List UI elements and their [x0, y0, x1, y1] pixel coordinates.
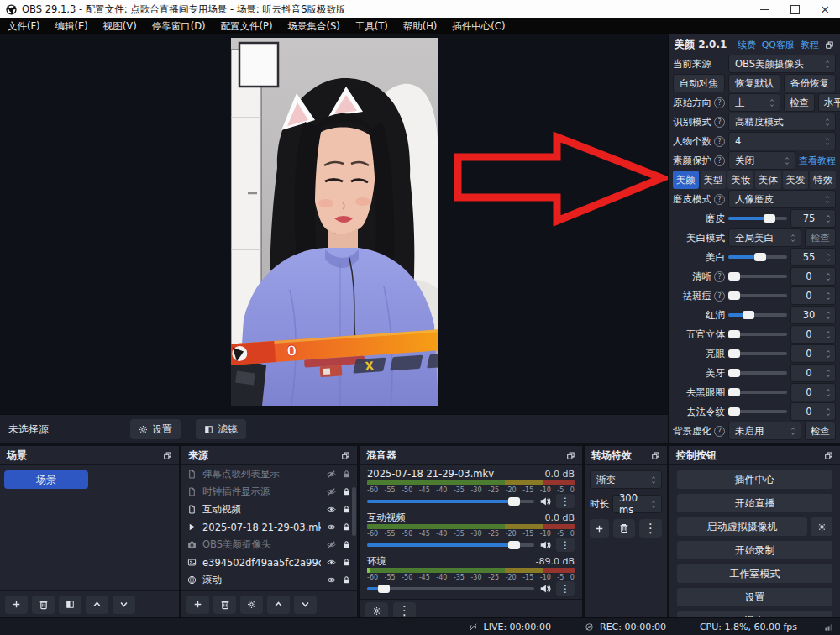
- spinner-arrows-icon[interactable]: [823, 407, 833, 417]
- move-source-up-button[interactable]: [267, 596, 290, 614]
- preview-canvas[interactable]: 0 X: [0, 34, 668, 414]
- spinner-arrows-icon[interactable]: [788, 234, 798, 243]
- plugin-center-button[interactable]: 插件中心: [677, 470, 832, 489]
- spinner-arrows-icon[interactable]: [823, 330, 833, 339]
- menu-tools[interactable]: 工具(T): [348, 18, 396, 34]
- spinner-arrows-icon[interactable]: [823, 369, 833, 378]
- help-icon[interactable]: ?: [714, 271, 725, 282]
- eye-slash-icon[interactable]: [327, 540, 336, 549]
- volume-slider[interactable]: [367, 540, 534, 550]
- menu-help[interactable]: 帮助(H): [396, 18, 445, 34]
- speaker-icon[interactable]: [539, 496, 551, 507]
- rosy-value[interactable]: 30: [790, 306, 836, 324]
- qq-support-link[interactable]: QQ客服: [762, 39, 795, 51]
- tab-beauty[interactable]: 美颜: [673, 171, 699, 189]
- bright-eyes-value[interactable]: 0: [790, 344, 836, 363]
- teeth-slider[interactable]: [728, 368, 787, 378]
- remove-scene-button[interactable]: [32, 596, 55, 614]
- source-properties-button[interactable]: [240, 596, 263, 614]
- whiten-value[interactable]: 55: [790, 248, 836, 266]
- face-3d-slider[interactable]: [728, 329, 787, 339]
- channel-menu-button[interactable]: ⋮: [556, 494, 575, 508]
- menu-docks[interactable]: 停靠窗口(D): [144, 18, 213, 34]
- scene-item-selected[interactable]: 场景: [4, 470, 88, 489]
- volume-slider[interactable]: [367, 584, 534, 594]
- source-row[interactable]: 滚动: [181, 571, 357, 589]
- scene-filters-button[interactable]: [59, 596, 81, 614]
- source-row[interactable]: 弹幕点歌列表显示: [181, 465, 357, 483]
- spinner-arrows-icon[interactable]: [823, 291, 833, 301]
- whiten-check-button[interactable]: 检查: [805, 228, 836, 247]
- help-icon[interactable]: ?: [714, 194, 725, 205]
- popout-icon[interactable]: [163, 451, 172, 460]
- start-streaming-button[interactable]: 开始直播: [677, 494, 832, 512]
- popout-icon[interactable]: [566, 451, 575, 460]
- face-3d-value[interactable]: 0: [790, 325, 836, 344]
- tab-hair[interactable]: 美发: [783, 171, 809, 189]
- source-row[interactable]: 2025-07-18 21-29-03.mkv: [181, 518, 357, 536]
- spinner-arrows-icon[interactable]: [823, 311, 833, 320]
- spinner-arrows-icon[interactable]: [823, 388, 833, 397]
- lock-icon[interactable]: [342, 522, 351, 532]
- whiten-mode-select[interactable]: 全局美白: [728, 228, 801, 247]
- spinner-arrows-icon[interactable]: [822, 60, 832, 69]
- orientation-select[interactable]: 上: [728, 93, 780, 112]
- transition-menu-button[interactable]: ⋮: [639, 519, 662, 538]
- add-transition-button[interactable]: [590, 519, 609, 538]
- blemish-value[interactable]: 0: [790, 286, 836, 305]
- add-scene-button[interactable]: [5, 596, 28, 614]
- transition-type-select[interactable]: 渐变: [590, 470, 662, 489]
- smooth-slider[interactable]: [728, 213, 787, 223]
- eye-icon[interactable]: [327, 558, 336, 567]
- eye-icon[interactable]: [327, 575, 336, 585]
- source-row[interactable]: OBS美颜摄像头: [181, 536, 357, 554]
- rosy-slider[interactable]: [728, 310, 787, 320]
- popout-icon[interactable]: [825, 40, 834, 50]
- help-icon[interactable]: ?: [714, 426, 725, 437]
- menu-plugin-center[interactable]: 插件中心(C): [444, 18, 512, 34]
- source-row[interactable]: 互动视频: [181, 501, 357, 518]
- settings-button[interactable]: 设置: [677, 588, 832, 606]
- speaker-icon[interactable]: [539, 583, 551, 595]
- volume-slider[interactable]: [367, 496, 534, 506]
- maximize-button[interactable]: [780, 0, 810, 18]
- nasolabial-value[interactable]: 0: [790, 402, 836, 421]
- popout-icon[interactable]: [651, 451, 660, 460]
- spinner-arrows-icon[interactable]: [782, 156, 792, 165]
- spinner-arrows-icon[interactable]: [648, 500, 659, 509]
- lock-icon[interactable]: [342, 487, 351, 496]
- spinner-arrows-icon[interactable]: [823, 214, 833, 223]
- studio-mode-button[interactable]: 工作室模式: [677, 564, 832, 583]
- whiten-slider[interactable]: [728, 252, 787, 262]
- dark-circles-slider[interactable]: [728, 387, 787, 397]
- help-icon[interactable]: ?: [714, 117, 725, 128]
- view-tutorial-link[interactable]: 查看教程: [799, 155, 836, 167]
- person-count-spinner[interactable]: 4: [728, 132, 836, 150]
- autofocus-button[interactable]: 自动对焦: [673, 74, 725, 92]
- eye-slash-icon[interactable]: [327, 470, 336, 479]
- spinner-arrows-icon[interactable]: [822, 118, 832, 127]
- tab-body[interactable]: 美体: [755, 171, 781, 189]
- renew-link[interactable]: 续费: [738, 39, 756, 51]
- spinner-arrows-icon[interactable]: [823, 349, 833, 359]
- current-source-select[interactable]: OBS美颜摄像头: [728, 55, 836, 73]
- spinner-arrows-icon[interactable]: [648, 475, 659, 485]
- tab-effects[interactable]: 特效: [810, 171, 836, 189]
- scrollbar[interactable]: [352, 487, 356, 536]
- teeth-value[interactable]: 0: [790, 364, 836, 382]
- nasolabial-slider[interactable]: [728, 407, 787, 417]
- dark-circles-value[interactable]: 0: [790, 383, 836, 401]
- source-filters-button[interactable]: 滤镜: [196, 419, 246, 439]
- restore-defaults-button[interactable]: 恢复默认: [728, 74, 780, 92]
- bright-eyes-slider[interactable]: [728, 349, 787, 359]
- virtual-camera-settings-button[interactable]: [811, 517, 832, 536]
- remove-transition-button[interactable]: [613, 519, 635, 538]
- horizontal-flip-button[interactable]: 水平翻转: [818, 93, 840, 112]
- speaker-icon[interactable]: [539, 539, 551, 551]
- lock-icon[interactable]: [342, 575, 351, 585]
- tab-reshape[interactable]: 美型: [701, 171, 727, 189]
- makeup-protect-select[interactable]: 关闭: [728, 151, 795, 170]
- move-source-down-button[interactable]: [294, 596, 317, 614]
- lock-icon[interactable]: [342, 470, 351, 479]
- menu-file[interactable]: 文件(F): [0, 18, 48, 34]
